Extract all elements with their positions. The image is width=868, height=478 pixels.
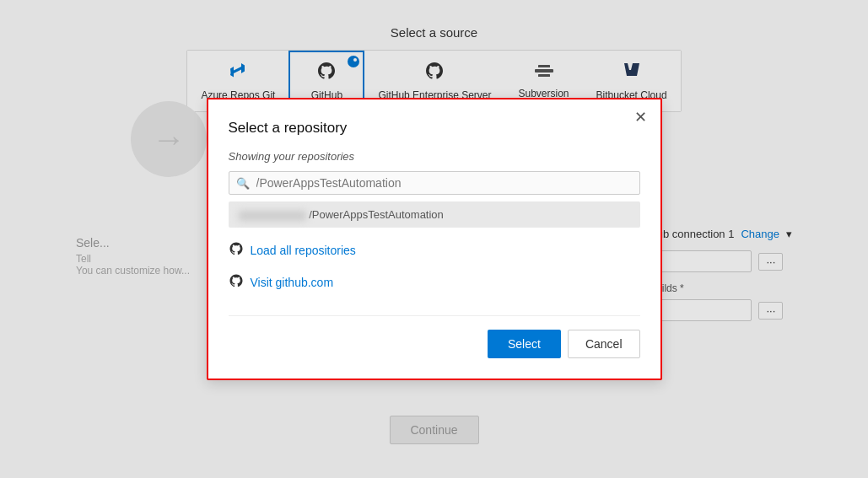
repo-item[interactable]: /PowerAppsTestAutomation xyxy=(229,201,640,228)
load-all-link[interactable]: Load all repositories xyxy=(229,234,640,266)
repo-blurred-prefix xyxy=(239,211,306,221)
modal-footer: Select Cancel xyxy=(229,315,640,358)
search-box: 🔍 /PowerAppsTestAutomation xyxy=(229,171,640,195)
repo-path: /PowerAppsTestAutomation xyxy=(309,208,444,221)
visit-github-link[interactable]: Visit github.com xyxy=(229,266,640,298)
github-icon-load xyxy=(229,241,244,260)
search-input[interactable]: /PowerAppsTestAutomation xyxy=(256,176,633,190)
github-icon-visit xyxy=(229,273,244,292)
modal-overlay: Select a repository ✕ Showing your repos… xyxy=(0,0,868,478)
select-button[interactable]: Select xyxy=(488,330,561,358)
load-all-label: Load all repositories xyxy=(251,244,356,257)
modal-title: Select a repository xyxy=(229,120,640,137)
close-button[interactable]: ✕ xyxy=(634,110,647,125)
search-icon: 🔍 xyxy=(236,177,250,190)
visit-label: Visit github.com xyxy=(251,276,334,289)
cancel-button[interactable]: Cancel xyxy=(568,330,640,358)
select-repository-modal: Select a repository ✕ Showing your repos… xyxy=(207,98,662,380)
showing-label: Showing your repositories xyxy=(229,150,640,163)
